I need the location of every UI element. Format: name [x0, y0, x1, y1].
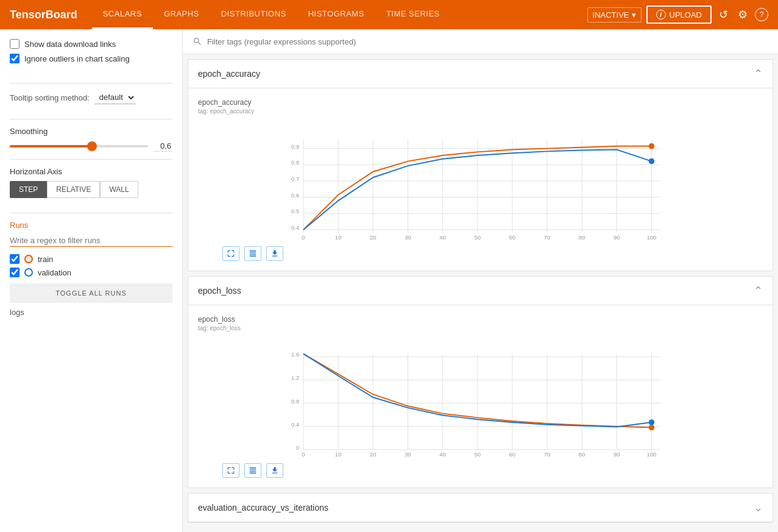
- upload-button[interactable]: i UPLOAD: [646, 5, 712, 24]
- ignore-outliers-checkbox[interactable]: [10, 54, 19, 63]
- svg-text:100: 100: [647, 451, 657, 458]
- nav-items: SCALARS GRAPHS DISTRIBUTIONS HISTOGRAMS …: [92, 0, 451, 29]
- train-accuracy-endpoint: [649, 143, 655, 149]
- filter-bar: [183, 29, 778, 54]
- svg-text:40: 40: [439, 234, 446, 241]
- train-loss-endpoint: [649, 425, 655, 431]
- collapse-loss-icon: ⌃: [754, 284, 763, 297]
- svg-text:50: 50: [474, 451, 481, 458]
- nav-time-series[interactable]: TIME SERIES: [375, 0, 451, 29]
- smoothing-slider[interactable]: [10, 145, 148, 147]
- epoch-accuracy-container: epoch_accuracy tag: epoch_accuracy 0.4 0…: [198, 98, 763, 261]
- download-loss-button[interactable]: [266, 463, 283, 478]
- show-data-links-label: Show data download links: [24, 40, 116, 49]
- tooltip-select[interactable]: default: [94, 91, 136, 104]
- svg-text:100: 100: [647, 234, 657, 241]
- epoch-accuracy-header[interactable]: epoch_accuracy ⌃: [188, 60, 773, 88]
- epoch-loss-section: epoch_loss ⌃ epoch_loss tag: epoch_loss …: [188, 276, 773, 488]
- svg-text:0.4: 0.4: [291, 224, 300, 231]
- expand-chart-button[interactable]: [222, 246, 239, 261]
- svg-text:0.6: 0.6: [291, 192, 299, 199]
- inactive-select[interactable]: INACTIVE ▾: [587, 7, 642, 23]
- axis-relative-button[interactable]: RELATIVE: [47, 181, 100, 198]
- epoch-loss-container: epoch_loss tag: epoch_loss 0 0.4 0.8 1.2…: [198, 315, 763, 478]
- svg-text:60: 60: [509, 234, 516, 241]
- svg-text:0: 0: [302, 451, 305, 458]
- main-layout: Show data download links Ignore outliers…: [0, 29, 778, 532]
- epoch-accuracy-svg: 0.4 0.5 0.6 0.7 0.8 0.9: [198, 119, 763, 241]
- search-icon: [193, 37, 202, 46]
- run-row-validation[interactable]: validation: [10, 268, 172, 277]
- svg-text:30: 30: [405, 451, 411, 458]
- svg-text:70: 70: [544, 234, 551, 241]
- runs-filter-input[interactable]: [10, 235, 172, 247]
- nav-graphs[interactable]: GRAPHS: [153, 0, 210, 29]
- run-train-checkbox[interactable]: [10, 254, 19, 264]
- epoch-loss-chart-subtitle: tag: epoch_loss: [198, 325, 763, 332]
- nav-histograms[interactable]: HISTOGRAMS: [297, 0, 375, 29]
- toggle-all-runs-button[interactable]: TOGGLE ALL RUNS: [10, 283, 172, 303]
- svg-text:0.8: 0.8: [291, 159, 299, 166]
- epoch-accuracy-title: epoch_accuracy: [198, 69, 260, 79]
- nav-right: INACTIVE ▾ i UPLOAD ↺ ⚙ ?: [587, 5, 768, 24]
- run-validation-checkbox[interactable]: [10, 268, 19, 277]
- validation-accuracy-endpoint: [649, 158, 655, 165]
- divider-1: [10, 83, 172, 83]
- show-data-links-checkbox[interactable]: [10, 39, 19, 49]
- svg-text:20: 20: [370, 451, 377, 458]
- axis-wall-button[interactable]: WALL: [100, 181, 138, 198]
- svg-text:90: 90: [614, 451, 620, 458]
- logs-link[interactable]: logs: [10, 308, 172, 317]
- nav-distributions[interactable]: DISTRIBUTIONS: [210, 0, 297, 29]
- data-table-loss-button[interactable]: [244, 463, 261, 478]
- validation-loss-endpoint: [649, 419, 655, 425]
- epoch-accuracy-chart-title: epoch_accuracy: [198, 98, 763, 107]
- nav-scalars[interactable]: SCALARS: [92, 0, 153, 29]
- svg-text:60: 60: [509, 451, 516, 458]
- filter-tags-input[interactable]: [207, 37, 768, 46]
- settings-button[interactable]: ⚙: [735, 5, 750, 24]
- data-options: Show data download links Ignore outliers…: [10, 39, 172, 68]
- eval-accuracy-header[interactable]: evaluation_accuracy_vs_iterations ⌄: [188, 494, 773, 522]
- svg-text:50: 50: [474, 234, 481, 241]
- svg-text:70: 70: [544, 451, 551, 458]
- data-table-button[interactable]: [244, 246, 261, 261]
- epoch-accuracy-chart-subtitle: tag: epoch_accuracy: [198, 108, 763, 115]
- runs-title: Runs: [10, 221, 172, 230]
- divider-2: [10, 119, 172, 119]
- epoch-loss-chart-area: 0 0.4 0.8 1.2 1.6: [198, 336, 763, 458]
- expand-eval-icon: ⌄: [754, 501, 763, 514]
- svg-text:0: 0: [296, 444, 299, 451]
- divider-3: [10, 159, 172, 160]
- refresh-button[interactable]: ↺: [716, 5, 730, 24]
- horiz-axis-buttons: STEP RELATIVE WALL: [10, 181, 172, 198]
- eval-accuracy-section: evaluation_accuracy_vs_iterations ⌄: [188, 493, 773, 523]
- epoch-loss-header[interactable]: epoch_loss ⌃: [188, 277, 773, 305]
- svg-text:0.5: 0.5: [291, 208, 299, 215]
- svg-text:80: 80: [579, 234, 585, 241]
- expand-loss-button[interactable]: [222, 463, 239, 478]
- epoch-loss-body: epoch_loss tag: epoch_loss 0 0.4 0.8 1.2…: [188, 305, 773, 488]
- svg-text:0.7: 0.7: [291, 176, 299, 182]
- smoothing-label: Smoothing: [10, 127, 172, 136]
- accuracy-chart-controls: [198, 246, 763, 261]
- dropdown-arrow-icon: ▾: [632, 10, 636, 20]
- axis-step-button[interactable]: STEP: [10, 181, 47, 198]
- download-button[interactable]: [266, 246, 283, 261]
- horiz-axis-label: Horizontal Axis: [10, 167, 172, 176]
- epoch-accuracy-body: epoch_accuracy tag: epoch_accuracy 0.4 0…: [188, 88, 773, 271]
- divider-4: [10, 213, 172, 213]
- svg-text:10: 10: [335, 451, 342, 458]
- main-content: epoch_accuracy ⌃ epoch_accuracy tag: epo…: [183, 29, 778, 532]
- collapse-accuracy-icon: ⌃: [754, 67, 763, 80]
- run-train-circle: [24, 255, 33, 263]
- help-button[interactable]: ?: [755, 8, 768, 21]
- epoch-loss-title: epoch_loss: [198, 286, 241, 296]
- run-row-train[interactable]: train: [10, 254, 172, 264]
- ignore-outliers-label: Ignore outliers in chart scaling: [24, 54, 130, 63]
- show-data-links-row: Show data download links: [10, 39, 172, 49]
- svg-text:80: 80: [579, 451, 585, 458]
- epoch-loss-svg: 0 0.4 0.8 1.2 1.6: [198, 336, 763, 458]
- svg-text:1.2: 1.2: [291, 374, 299, 381]
- info-icon: i: [656, 10, 666, 20]
